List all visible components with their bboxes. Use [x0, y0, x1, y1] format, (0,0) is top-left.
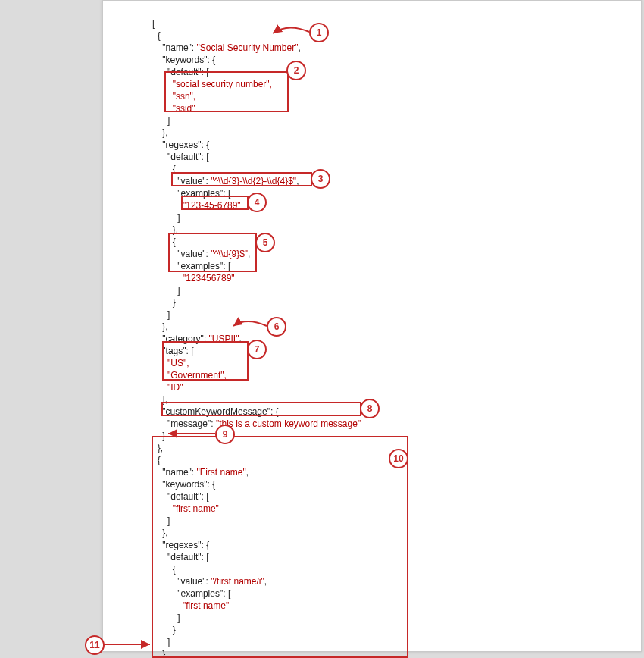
code-line: { — [152, 564, 176, 575]
code-line: "default": [ — [152, 67, 209, 77]
code-line: "regexes": { — [152, 540, 209, 550]
code-line: "social security number", — [152, 79, 272, 89]
code-line: { — [152, 30, 161, 41]
code-line: ] — [152, 309, 170, 320]
code-line: } — [152, 625, 176, 635]
code-line: }, — [152, 127, 168, 138]
code-line: "123-45-6789" — [152, 200, 241, 211]
code-line: "default": [ — [152, 552, 209, 562]
code-line: ] — [152, 285, 180, 296]
code-line: }, — [152, 443, 163, 453]
code-line: "default": [ — [152, 152, 209, 162]
code-line: ] — [152, 212, 180, 223]
code-line: "US", — [152, 358, 189, 368]
code-line: "123456789" — [152, 273, 235, 284]
code-line: ] — [152, 637, 170, 647]
code-line: { — [152, 455, 161, 465]
code-line: "value": "^\\d{3}-\\d{2}-\\d{4}$", — [152, 176, 299, 186]
code-line: "value": "^\\d{9}$", — [152, 249, 250, 259]
code-line: ] — [152, 515, 170, 526]
document-sheet: [ { "name": "Social Security Number", "k… — [102, 0, 642, 652]
code-line: "message": "this is a custom keyword mes… — [152, 418, 361, 429]
code-line: "keywords": { — [152, 479, 215, 490]
code-line: { — [152, 237, 176, 247]
code-line: "default": [ — [152, 491, 209, 502]
code-line: "name": "First name", — [152, 467, 249, 478]
code-line: "customKeywordMessage": { — [152, 406, 279, 417]
code-line: "category": "USPII", — [152, 334, 242, 344]
page-wrap: [ { "name": "Social Security Number", "k… — [0, 0, 644, 658]
code-line: ], — [152, 394, 167, 405]
code-line: }, — [152, 224, 178, 235]
code-line: "ssid" — [152, 103, 195, 114]
code-line: "first name" — [152, 503, 219, 514]
code-line: }, — [152, 649, 168, 658]
code-line: "Government", — [152, 370, 227, 381]
code-line: }, — [152, 528, 168, 538]
code-line: "tags": [ — [152, 346, 194, 356]
code-line: ] — [152, 115, 170, 126]
code-line: "regexes": { — [152, 139, 209, 150]
code-line: } — [152, 431, 165, 441]
code-line: "examples": [ — [152, 188, 230, 199]
code-line: "name": "Social Security Number", — [152, 42, 301, 53]
code-line: "examples": [ — [152, 261, 230, 271]
code-line: ] — [152, 613, 180, 623]
json-code-block: [ { "name": "Social Security Number", "k… — [152, 5, 361, 658]
code-line: "ID" — [152, 382, 183, 393]
code-line: "keywords": { — [152, 55, 215, 65]
code-line: { — [152, 164, 176, 174]
code-line: "examples": [ — [152, 588, 230, 599]
code-line: }, — [152, 321, 168, 332]
code-line: } — [152, 297, 176, 308]
code-line: "value": "/first name/i", — [152, 576, 267, 587]
code-line: "first name" — [152, 600, 229, 611]
code-line: [ — [152, 18, 155, 29]
code-line: "ssn", — [152, 91, 195, 102]
